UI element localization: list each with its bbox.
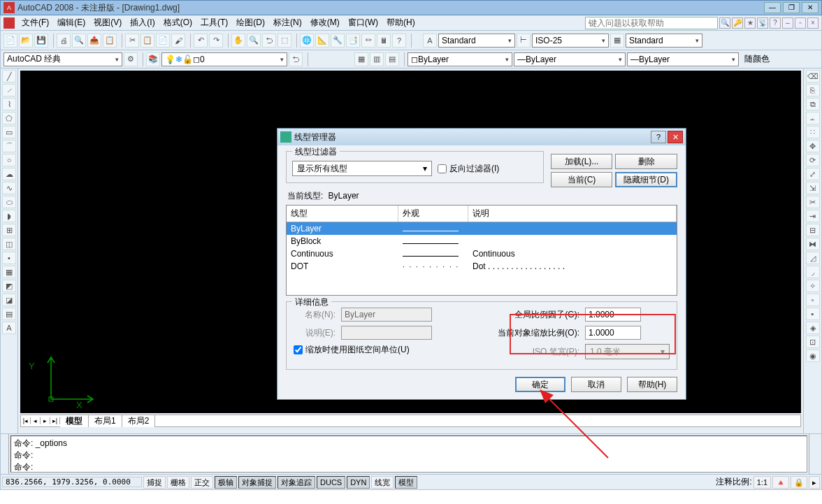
menu-modify[interactable]: 修改(M) (306, 17, 344, 29)
undo-icon[interactable]: ↶ (194, 34, 208, 48)
dialog-help-icon[interactable]: ? (651, 131, 666, 143)
save-icon[interactable]: 💾 (34, 34, 48, 48)
otrack-toggle[interactable]: 对象追踪 (277, 476, 315, 489)
erase-icon[interactable]: ⌫ (806, 70, 820, 82)
point-icon[interactable]: • (2, 252, 16, 264)
ok-button[interactable]: 确定 (515, 377, 565, 392)
workspace-combo[interactable]: AutoCAD 经典▾ (3, 52, 122, 66)
dwf-icon[interactable]: 🌐 (300, 34, 314, 48)
move-icon[interactable]: ✥ (806, 140, 820, 152)
current-button[interactable]: 当前(C) (551, 172, 613, 187)
minimize-button[interactable]: — (764, 2, 781, 13)
revcloud-icon[interactable]: ☁ (2, 168, 16, 180)
tab-last-icon[interactable]: ▸| (50, 417, 60, 424)
key-icon[interactable]: 🔑 (732, 17, 743, 29)
chamfer-icon[interactable]: ◿ (806, 252, 820, 264)
explode-icon[interactable]: ✧ (806, 280, 820, 292)
trim-icon[interactable]: ✂ (806, 196, 820, 208)
hatch-icon[interactable]: ▦ (2, 266, 16, 278)
sheet-icon[interactable]: 📑 (346, 34, 360, 48)
menu-view[interactable]: 视图(V) (89, 17, 126, 29)
ellipsearc-icon[interactable]: ◗ (2, 210, 16, 222)
misc4-icon[interactable]: ⊡ (806, 336, 820, 348)
help2-icon[interactable]: ? (392, 34, 406, 48)
col-appearance[interactable]: 外观 (398, 206, 468, 222)
cancel-button[interactable]: 取消 (571, 377, 621, 392)
zoom-rt-icon[interactable]: 🔍 (247, 34, 261, 48)
dialog-close-icon[interactable]: ✕ (668, 131, 683, 143)
cmd-grip[interactable] (1, 434, 9, 474)
menu-draw[interactable]: 绘图(D) (232, 17, 269, 29)
array-icon[interactable]: ∷ (806, 126, 820, 138)
publish-icon[interactable]: 📤 (87, 34, 101, 48)
layermgr-icon[interactable]: 📚 (146, 52, 160, 66)
polar-toggle[interactable]: 极轴 (215, 476, 237, 489)
doc-restore-icon[interactable]: ▫ (795, 17, 806, 29)
new-icon[interactable]: 📄 (3, 34, 17, 48)
extend-icon[interactable]: ⇥ (806, 210, 820, 222)
arc-icon[interactable]: ⌒ (2, 140, 16, 152)
osnap-toggle[interactable]: 对象捕捉 (238, 476, 276, 489)
xline-icon[interactable]: ⟋ (2, 84, 16, 96)
linetype-combo[interactable]: — ByLayer▾ (514, 52, 626, 66)
spline-icon[interactable]: ∿ (2, 182, 16, 194)
layer-combo[interactable]: 💡❄🔓◻ 0▾ (161, 52, 287, 66)
cut-icon[interactable]: ✂ (125, 34, 139, 48)
copy2-icon[interactable]: ⎘ (806, 84, 820, 96)
annoscale-icon[interactable]: 🔺 (772, 476, 789, 489)
doc-close-icon[interactable]: × (807, 17, 819, 29)
preview-icon[interactable]: 🔍 (72, 34, 86, 48)
stretch-icon[interactable]: ⇲ (806, 182, 820, 194)
misc1-icon[interactable]: ▫ (806, 294, 820, 306)
dyn-toggle[interactable]: DYN (347, 476, 370, 489)
doc-minimize-icon[interactable]: – (782, 17, 793, 29)
misc3-icon[interactable]: ◈ (806, 322, 820, 334)
lineweight-combo[interactable]: — ByLayer▾ (627, 52, 739, 66)
dialog-titlebar[interactable]: 线型管理器 ? ✕ (277, 129, 686, 145)
dimstyle-icon[interactable]: ⊢ (517, 34, 531, 48)
fillet-icon[interactable]: ◞ (806, 266, 820, 278)
tool-icon[interactable]: 🔧 (331, 34, 345, 48)
offset-icon[interactable]: ⫠ (806, 112, 820, 124)
close-button[interactable]: ✕ (802, 2, 819, 13)
lwt-toggle[interactable]: 线宽 (371, 476, 394, 489)
help-search-input[interactable] (585, 17, 718, 29)
scale-value[interactable]: 1:1 (754, 476, 771, 489)
match-icon[interactable]: 🖌 (171, 34, 185, 48)
scale-icon[interactable]: ⤢ (806, 168, 820, 180)
tab-layout1[interactable]: 布局1 (89, 415, 122, 427)
ortho-toggle[interactable]: 正交 (191, 476, 213, 489)
rotate-icon[interactable]: ⟳ (806, 154, 820, 166)
paperspace-checkbox[interactable]: 缩放时使用图纸空间单位(U) (294, 344, 475, 356)
line-icon[interactable]: ╱ (2, 70, 16, 82)
menu-dimension[interactable]: 标注(N) (269, 17, 306, 29)
tab-model[interactable]: 模型 (60, 415, 89, 427)
pan-icon[interactable]: ✋ (231, 34, 245, 48)
paste-icon[interactable]: 📄 (156, 34, 170, 48)
dimstyle-combo[interactable]: ISO-25▾ (532, 34, 609, 48)
menu-format[interactable]: 格式(O) (159, 17, 196, 29)
open-icon[interactable]: 📂 (19, 34, 33, 48)
grid-toggle[interactable]: 栅格 (167, 476, 189, 489)
textstyle-combo[interactable]: Standard▾ (438, 34, 515, 48)
gradient-icon[interactable]: ◩ (2, 280, 16, 292)
snap-toggle[interactable]: 捕捉 (143, 476, 166, 489)
pline-icon[interactable]: ⌇ (2, 98, 16, 110)
tab-layout2[interactable]: 布局2 (122, 415, 156, 427)
tab-next-icon[interactable]: ▸ (41, 417, 50, 424)
table-row[interactable]: DOT· · · · · · · · ·Dot . . . . . . . . … (287, 260, 677, 273)
textstyle-icon[interactable]: A (423, 34, 437, 48)
menu-tools[interactable]: 工具(T) (196, 17, 232, 29)
region-icon[interactable]: ◪ (2, 294, 16, 306)
delete-button[interactable]: 删除 (615, 154, 677, 169)
annovis-icon[interactable]: 🔒 (791, 476, 807, 489)
filter-combo[interactable]: 显示所有线型▾ (292, 161, 432, 176)
menu-help[interactable]: 帮助(H) (382, 17, 419, 29)
menu-file[interactable]: 文件(F) (17, 17, 53, 29)
misc2-icon[interactable]: ▪ (806, 308, 820, 320)
col-name[interactable]: 线型 (287, 206, 398, 222)
join-icon[interactable]: ⧓ (806, 238, 820, 250)
status-tray-icon[interactable]: ▸ (809, 476, 820, 489)
circle-icon[interactable]: ○ (2, 154, 16, 166)
rect-icon[interactable]: ▭ (2, 126, 16, 138)
